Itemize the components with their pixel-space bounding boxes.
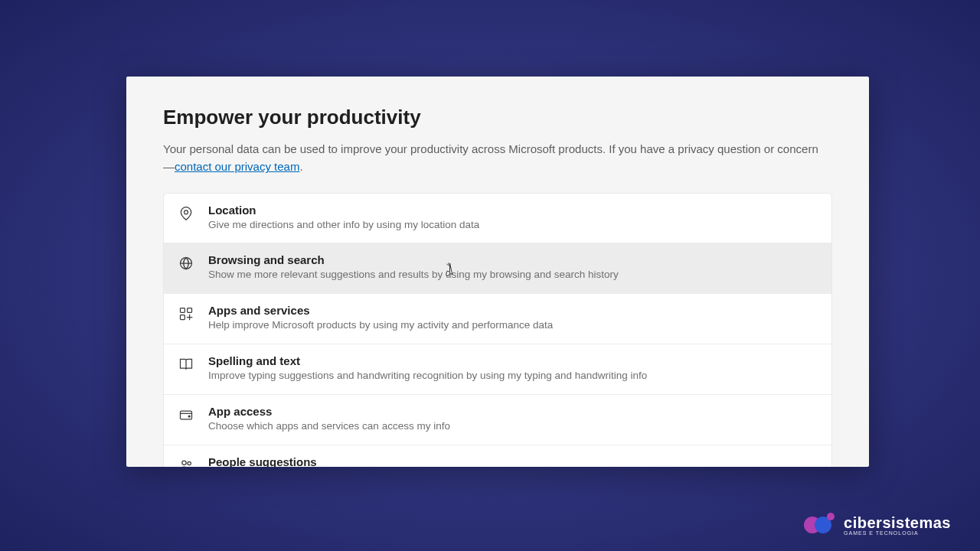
- row-desc: Choose which apps and services can acces…: [208, 419, 818, 434]
- setting-row-apps-services[interactable]: Apps and services Help improve Microsoft…: [164, 294, 831, 344]
- apps-grid-icon: [178, 305, 194, 322]
- watermark: cibersistemas GAMES E TECNOLOGIA: [804, 514, 951, 536]
- row-desc: Give me directions and other info by usi…: [208, 218, 818, 233]
- setting-row-app-access[interactable]: App access Choose which apps and service…: [164, 395, 831, 445]
- row-desc: Improve typing suggestions and handwriti…: [208, 369, 818, 383]
- row-desc: Help improve Microsoft products by using…: [208, 318, 818, 333]
- setting-row-people-suggestions[interactable]: People suggestions Expand my suggestions…: [164, 445, 831, 467]
- svg-point-8: [188, 461, 191, 465]
- contact-privacy-link[interactable]: contact our privacy team: [175, 160, 299, 173]
- subtitle-suffix: .: [299, 160, 302, 173]
- row-title: Browsing and search: [208, 253, 818, 266]
- setting-row-browsing-search[interactable]: Browsing and search Show me more relevan…: [164, 243, 831, 294]
- svg-point-6: [188, 416, 190, 417]
- row-title: App access: [208, 405, 818, 418]
- privacy-settings-panel: Empower your productivity Your personal …: [126, 77, 869, 467]
- setting-row-spelling-text[interactable]: Spelling and text Improve typing suggest…: [164, 344, 831, 395]
- row-desc: Show me more relevant suggestions and re…: [208, 268, 818, 282]
- svg-point-0: [185, 210, 188, 214]
- page-title: Empower your productivity: [163, 106, 832, 129]
- wallet-icon: [178, 406, 194, 423]
- svg-point-7: [182, 461, 186, 465]
- row-title: Apps and services: [208, 304, 818, 317]
- watermark-subtitle: GAMES E TECNOLOGIA: [844, 530, 951, 536]
- row-title: Location: [208, 204, 818, 217]
- svg-rect-4: [181, 315, 185, 320]
- settings-list: Location Give me directions and other in…: [163, 193, 832, 468]
- watermark-logo-icon: [804, 514, 838, 536]
- people-icon: [178, 457, 194, 467]
- svg-rect-3: [188, 308, 192, 313]
- page-subtitle: Your personal data can be used to improv…: [163, 140, 829, 176]
- row-title: People suggestions: [208, 455, 818, 467]
- watermark-brand: cibersistemas: [844, 515, 951, 530]
- book-open-icon: [178, 356, 194, 373]
- globe-icon: [178, 255, 194, 272]
- svg-rect-2: [181, 308, 185, 313]
- row-title: Spelling and text: [208, 354, 818, 367]
- setting-row-location[interactable]: Location Give me directions and other in…: [164, 194, 831, 244]
- svg-rect-5: [181, 411, 192, 419]
- location-pin-icon: [178, 205, 194, 222]
